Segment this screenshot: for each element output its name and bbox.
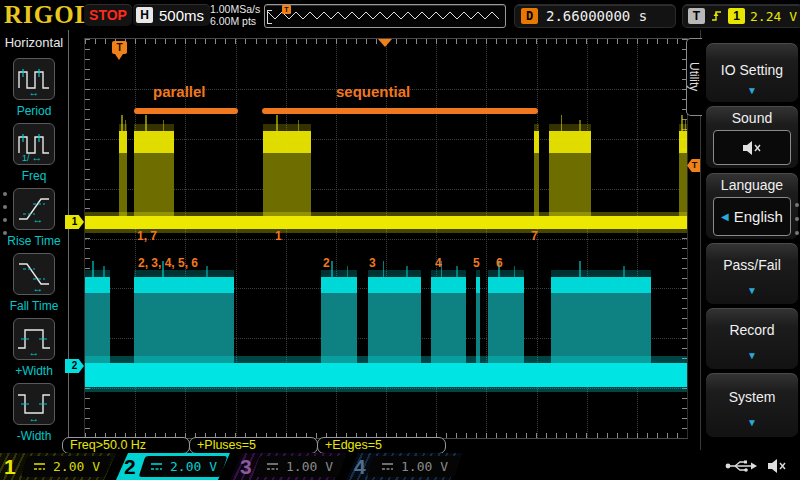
ch2-ground-marker[interactable]: 2 bbox=[65, 359, 84, 373]
measurement-pulses[interactable]: +Pluses=5 bbox=[189, 437, 318, 454]
annotation-parallel: parallel bbox=[153, 83, 206, 100]
dc-coupling-icon bbox=[150, 462, 163, 471]
menu-language[interactable]: Language ◀ English bbox=[705, 172, 799, 240]
chevron-down-icon: ▼ bbox=[706, 417, 798, 428]
trigger-source-chip: 1 bbox=[728, 8, 745, 24]
ch2-pulse-label: 5 bbox=[473, 256, 480, 270]
menu-item-plus-width[interactable]: ↔ +Width bbox=[0, 318, 68, 378]
svg-text:↔: ↔ bbox=[32, 151, 43, 163]
annotation-sequential-bar bbox=[262, 108, 538, 114]
waveform-preview: T bbox=[264, 4, 506, 28]
horizontal-timebase-box[interactable]: H 500ms bbox=[133, 4, 210, 26]
menu-pass-fail[interactable]: Pass/Fail ▼ bbox=[705, 242, 799, 305]
dc-coupling-icon bbox=[381, 462, 394, 471]
window-bracket bbox=[267, 10, 272, 24]
channel-3-status[interactable]: 3 1.00 V bbox=[230, 453, 346, 480]
preview-trigger-icon: T bbox=[282, 5, 291, 14]
menu-button-label: IO Setting bbox=[706, 62, 798, 78]
top-status-bar: RIGOL STOP H 500ms 1.00MSa/s 6.00M pts T… bbox=[0, 0, 800, 30]
chevron-down-icon: ▼ bbox=[706, 85, 798, 96]
minus-width-icon: ↔ bbox=[13, 383, 55, 425]
system-status-icons bbox=[725, 458, 788, 474]
trigger-position-flag[interactable]: T bbox=[112, 41, 127, 54]
menu-button-label: System bbox=[706, 389, 798, 405]
menu-item-label: Fall Time bbox=[0, 299, 68, 313]
fall-time-icon: ↔ bbox=[13, 253, 55, 295]
menu-record[interactable]: Record ▼ bbox=[705, 307, 799, 370]
channel-4-status[interactable]: 4 1.00 V bbox=[346, 453, 462, 480]
menu-io-setting[interactable]: IO Setting ▼ bbox=[705, 42, 799, 103]
menu-system[interactable]: System ▼ bbox=[705, 372, 799, 438]
ch2-number: 2 bbox=[124, 453, 136, 480]
left-menu-title: Horizontal bbox=[0, 35, 68, 50]
svg-text:↔: ↔ bbox=[33, 282, 44, 294]
trigger-time-marker bbox=[378, 39, 392, 47]
menu-button-label: Record bbox=[706, 322, 798, 338]
menu-item-label: Rise Time bbox=[0, 234, 68, 248]
svg-text:1/: 1/ bbox=[22, 153, 30, 163]
menu-button-label: Pass/Fail bbox=[706, 257, 798, 273]
freq-icon: 1/ ↔ bbox=[13, 123, 55, 165]
sample-rate: 1.00MSa/s bbox=[210, 3, 260, 15]
speaker-muted-icon bbox=[767, 458, 788, 474]
ch2-pulse-label: 3 bbox=[369, 256, 376, 270]
chevron-down-icon: ▼ bbox=[706, 350, 798, 361]
ch3-scale: 1.00 V bbox=[286, 459, 333, 474]
speaker-muted-icon bbox=[740, 140, 764, 156]
plus-width-icon: ↔ bbox=[13, 318, 55, 360]
annotation-parallel-bar bbox=[134, 108, 238, 114]
ch1-burst-label: 1, 7 bbox=[137, 229, 157, 243]
measurement-freq[interactable]: Freq>50.0 Hz bbox=[62, 437, 190, 454]
delay-value: 2.66000000 s bbox=[546, 8, 647, 24]
trigger-readout-box[interactable]: T 1 2.24 V bbox=[682, 4, 800, 28]
rise-time-icon: ↔ bbox=[13, 188, 55, 230]
rigol-logo: RIGOL bbox=[4, 1, 92, 29]
svg-text:↔: ↔ bbox=[29, 346, 40, 358]
menu-button-label: Sound bbox=[706, 110, 798, 126]
menu-item-fall-time[interactable]: ↔ Fall Time bbox=[0, 253, 68, 313]
waveform-display-grid: T parallel sequential 1, 7 1 7 2, 3, 4, … bbox=[84, 38, 688, 439]
h-chip: H bbox=[136, 7, 153, 23]
menu-item-label: Freq bbox=[0, 169, 68, 183]
memory-depth: 6.00M pts bbox=[210, 15, 260, 27]
run-stop-status[interactable]: STOP bbox=[84, 4, 132, 26]
measurement-edges[interactable]: +Edges=5 bbox=[317, 437, 446, 454]
acquisition-info: 1.00MSa/s 6.00M pts bbox=[210, 3, 260, 27]
ch1-scale: 2.00 V bbox=[53, 459, 100, 474]
menu-item-minus-width[interactable]: ↔ -Width bbox=[0, 383, 68, 443]
utility-menu: Utility IO Setting ▼ Sound Language ◀ En… bbox=[700, 30, 800, 450]
horizontal-measure-menu: Horizontal ↔ Period 1/ ↔ Freq ↔ bbox=[0, 30, 69, 450]
ch3-scale-box: 1.00 V bbox=[253, 456, 346, 477]
dc-coupling-icon bbox=[266, 462, 279, 471]
trigger-level-value: 2.24 V bbox=[750, 9, 797, 24]
menu-item-rise-time[interactable]: ↔ Rise Time bbox=[0, 188, 68, 248]
menu-sound[interactable]: Sound bbox=[705, 105, 799, 169]
sound-value-box bbox=[713, 130, 791, 165]
ch4-scale: 1.00 V bbox=[401, 459, 448, 474]
ch1-burst-label: 1 bbox=[275, 229, 282, 243]
chevron-down-icon: ▼ bbox=[706, 285, 798, 296]
ch1-burst-label: 7 bbox=[531, 229, 538, 243]
select-left-icon: ◀ bbox=[721, 211, 729, 222]
utility-tab: Utility bbox=[686, 38, 702, 116]
ch2-pulse-label: 6 bbox=[496, 256, 503, 270]
svg-text:↔: ↔ bbox=[29, 86, 40, 98]
ch4-scale-box: 1.00 V bbox=[367, 456, 462, 477]
ch2-pulse-label: 2, 3, 4, 5, 6 bbox=[138, 256, 198, 270]
svg-text:↔: ↔ bbox=[33, 213, 44, 225]
channel-2-status[interactable]: 2 2.00 V bbox=[116, 453, 230, 480]
delay-chip: D bbox=[521, 8, 538, 24]
rising-edge-icon bbox=[710, 9, 723, 23]
annotation-sequential: sequential bbox=[336, 83, 410, 100]
ch1-ground-marker[interactable]: 1 bbox=[65, 215, 84, 229]
trigger-chip: T bbox=[688, 8, 705, 24]
menu-item-period[interactable]: ↔ Period bbox=[0, 58, 68, 118]
ch1-number: 1 bbox=[4, 453, 16, 480]
menu-button-label: Language bbox=[706, 177, 798, 193]
delay-readout-box[interactable]: D 2.66000000 s bbox=[514, 4, 676, 28]
channel-1-status[interactable]: 1 2.00 V bbox=[0, 453, 116, 480]
preview-wave bbox=[268, 6, 504, 26]
ch2-scale: 2.00 V bbox=[170, 459, 217, 474]
timebase-value: 500ms bbox=[159, 7, 204, 24]
menu-item-freq[interactable]: 1/ ↔ Freq bbox=[0, 123, 68, 183]
